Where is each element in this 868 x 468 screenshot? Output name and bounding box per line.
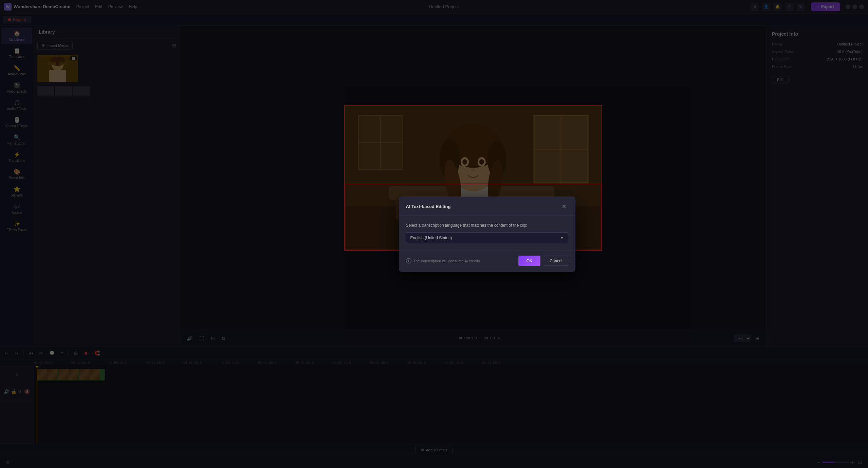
- modal-close-button[interactable]: ✕: [560, 202, 568, 210]
- modal-cancel-button[interactable]: Cancel: [544, 256, 568, 266]
- modal-actions: OK Cancel: [518, 256, 568, 266]
- modal-info: ℹ The transcription will consume AI cred…: [406, 258, 481, 263]
- modal-overlay: AI Text-based Editing ✕ Select a transcr…: [0, 0, 868, 468]
- modal-ok-button[interactable]: OK: [518, 256, 540, 266]
- modal-title: AI Text-based Editing: [406, 204, 451, 209]
- modal-description: Select a transcription language that mat…: [406, 223, 568, 227]
- modal-header: AI Text-based Editing ✕: [399, 197, 575, 216]
- modal-info-text: The transcription will consume AI credit…: [413, 259, 481, 263]
- modal-footer: ℹ The transcription will consume AI cred…: [399, 250, 575, 271]
- info-circle-icon: ℹ: [406, 258, 411, 263]
- modal-body: Select a transcription language that mat…: [399, 216, 575, 250]
- language-select[interactable]: English (United States) English (United …: [406, 232, 568, 243]
- language-select-wrapper: English (United States) English (United …: [406, 232, 568, 243]
- modal-dialog: AI Text-based Editing ✕ Select a transcr…: [399, 196, 575, 272]
